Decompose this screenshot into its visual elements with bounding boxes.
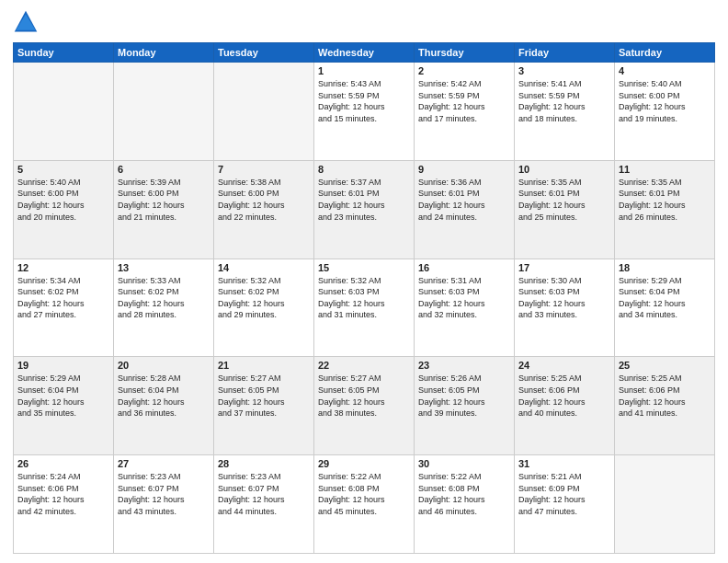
calendar-cell: 23Sunrise: 5:26 AM Sunset: 6:05 PM Dayli… [415, 357, 515, 455]
day-info: Sunrise: 5:40 AM Sunset: 6:00 PM Dayligh… [619, 78, 711, 124]
calendar-cell: 11Sunrise: 5:35 AM Sunset: 6:01 PM Dayli… [615, 160, 715, 259]
calendar-week-row: 19Sunrise: 5:29 AM Sunset: 6:04 PM Dayli… [14, 357, 715, 455]
day-number: 6 [118, 164, 210, 175]
weekday-header-monday: Monday [114, 43, 214, 63]
day-info: Sunrise: 5:28 AM Sunset: 6:04 PM Dayligh… [118, 373, 210, 419]
calendar-cell: 4Sunrise: 5:40 AM Sunset: 6:00 PM Daylig… [615, 63, 715, 161]
day-info: Sunrise: 5:34 AM Sunset: 6:02 PM Dayligh… [17, 275, 109, 321]
calendar-cell [214, 63, 314, 161]
logo-icon [13, 9, 39, 35]
calendar-cell [14, 63, 114, 161]
calendar-cell: 13Sunrise: 5:33 AM Sunset: 6:02 PM Dayli… [114, 259, 214, 357]
day-info: Sunrise: 5:27 AM Sunset: 6:05 PM Dayligh… [218, 373, 310, 419]
calendar-cell [114, 63, 214, 161]
calendar-cell: 27Sunrise: 5:23 AM Sunset: 6:07 PM Dayli… [114, 455, 214, 554]
day-info: Sunrise: 5:35 AM Sunset: 6:01 PM Dayligh… [518, 177, 610, 223]
calendar-cell: 26Sunrise: 5:24 AM Sunset: 6:06 PM Dayli… [14, 455, 114, 554]
day-number: 17 [518, 262, 610, 273]
day-number: 19 [17, 360, 109, 371]
day-number: 1 [318, 65, 410, 76]
calendar-cell: 14Sunrise: 5:32 AM Sunset: 6:02 PM Dayli… [214, 259, 314, 357]
calendar-cell: 12Sunrise: 5:34 AM Sunset: 6:02 PM Dayli… [14, 259, 114, 357]
calendar-cell: 16Sunrise: 5:31 AM Sunset: 6:03 PM Dayli… [415, 259, 515, 357]
calendar-cell: 6Sunrise: 5:39 AM Sunset: 6:00 PM Daylig… [114, 160, 214, 259]
day-info: Sunrise: 5:42 AM Sunset: 5:59 PM Dayligh… [418, 78, 510, 124]
day-number: 4 [619, 65, 711, 76]
weekday-header-row: SundayMondayTuesdayWednesdayThursdayFrid… [14, 43, 715, 63]
day-number: 31 [518, 458, 610, 469]
calendar-week-row: 1Sunrise: 5:43 AM Sunset: 5:59 PM Daylig… [14, 63, 715, 161]
calendar-cell: 24Sunrise: 5:25 AM Sunset: 6:06 PM Dayli… [515, 357, 615, 455]
day-info: Sunrise: 5:22 AM Sunset: 6:08 PM Dayligh… [318, 471, 410, 517]
calendar-cell: 1Sunrise: 5:43 AM Sunset: 5:59 PM Daylig… [314, 63, 415, 161]
day-number: 22 [318, 360, 410, 371]
day-info: Sunrise: 5:33 AM Sunset: 6:02 PM Dayligh… [118, 275, 210, 321]
day-info: Sunrise: 5:41 AM Sunset: 5:59 PM Dayligh… [518, 78, 610, 124]
calendar-table: SundayMondayTuesdayWednesdayThursdayFrid… [13, 42, 715, 554]
calendar-cell [615, 455, 715, 554]
day-info: Sunrise: 5:23 AM Sunset: 6:07 PM Dayligh… [218, 471, 310, 517]
day-number: 15 [318, 262, 410, 273]
day-info: Sunrise: 5:25 AM Sunset: 6:06 PM Dayligh… [518, 373, 610, 419]
weekday-header-sunday: Sunday [14, 43, 114, 63]
day-number: 10 [518, 164, 610, 175]
day-number: 26 [17, 458, 109, 469]
calendar-week-row: 26Sunrise: 5:24 AM Sunset: 6:06 PM Dayli… [14, 455, 715, 554]
day-number: 28 [218, 458, 310, 469]
day-info: Sunrise: 5:38 AM Sunset: 6:00 PM Dayligh… [218, 177, 310, 223]
calendar-cell: 20Sunrise: 5:28 AM Sunset: 6:04 PM Dayli… [114, 357, 214, 455]
day-info: Sunrise: 5:23 AM Sunset: 6:07 PM Dayligh… [118, 471, 210, 517]
calendar-cell: 19Sunrise: 5:29 AM Sunset: 6:04 PM Dayli… [14, 357, 114, 455]
day-info: Sunrise: 5:25 AM Sunset: 6:06 PM Dayligh… [619, 373, 711, 419]
day-number: 25 [619, 360, 711, 371]
day-number: 18 [619, 262, 711, 273]
logo [13, 9, 42, 35]
calendar-cell: 21Sunrise: 5:27 AM Sunset: 6:05 PM Dayli… [214, 357, 314, 455]
weekday-header-friday: Friday [515, 43, 615, 63]
day-info: Sunrise: 5:32 AM Sunset: 6:03 PM Dayligh… [318, 275, 410, 321]
day-number: 9 [418, 164, 510, 175]
day-number: 23 [418, 360, 510, 371]
day-number: 7 [218, 164, 310, 175]
day-info: Sunrise: 5:27 AM Sunset: 6:05 PM Dayligh… [318, 373, 410, 419]
day-info: Sunrise: 5:24 AM Sunset: 6:06 PM Dayligh… [17, 471, 109, 517]
day-number: 20 [118, 360, 210, 371]
day-number: 12 [17, 262, 109, 273]
day-number: 21 [218, 360, 310, 371]
day-number: 30 [418, 458, 510, 469]
day-info: Sunrise: 5:32 AM Sunset: 6:02 PM Dayligh… [218, 275, 310, 321]
weekday-header-tuesday: Tuesday [214, 43, 314, 63]
day-number: 16 [418, 262, 510, 273]
calendar-cell: 9Sunrise: 5:36 AM Sunset: 6:01 PM Daylig… [415, 160, 515, 259]
day-number: 27 [118, 458, 210, 469]
day-info: Sunrise: 5:39 AM Sunset: 6:00 PM Dayligh… [118, 177, 210, 223]
day-info: Sunrise: 5:30 AM Sunset: 6:03 PM Dayligh… [518, 275, 610, 321]
day-info: Sunrise: 5:37 AM Sunset: 6:01 PM Dayligh… [318, 177, 410, 223]
day-number: 8 [318, 164, 410, 175]
calendar-cell: 8Sunrise: 5:37 AM Sunset: 6:01 PM Daylig… [314, 160, 415, 259]
calendar-cell: 25Sunrise: 5:25 AM Sunset: 6:06 PM Dayli… [615, 357, 715, 455]
calendar-week-row: 12Sunrise: 5:34 AM Sunset: 6:02 PM Dayli… [14, 259, 715, 357]
calendar-cell: 22Sunrise: 5:27 AM Sunset: 6:05 PM Dayli… [314, 357, 415, 455]
day-number: 14 [218, 262, 310, 273]
calendar-cell: 28Sunrise: 5:23 AM Sunset: 6:07 PM Dayli… [214, 455, 314, 554]
day-info: Sunrise: 5:43 AM Sunset: 5:59 PM Dayligh… [318, 78, 410, 124]
calendar-cell: 30Sunrise: 5:22 AM Sunset: 6:08 PM Dayli… [415, 455, 515, 554]
svg-marker-1 [17, 14, 36, 30]
weekday-header-thursday: Thursday [415, 43, 515, 63]
calendar-cell: 17Sunrise: 5:30 AM Sunset: 6:03 PM Dayli… [515, 259, 615, 357]
day-number: 3 [518, 65, 610, 76]
day-info: Sunrise: 5:31 AM Sunset: 6:03 PM Dayligh… [418, 275, 510, 321]
day-info: Sunrise: 5:36 AM Sunset: 6:01 PM Dayligh… [418, 177, 510, 223]
day-info: Sunrise: 5:22 AM Sunset: 6:08 PM Dayligh… [418, 471, 510, 517]
day-number: 24 [518, 360, 610, 371]
day-info: Sunrise: 5:29 AM Sunset: 6:04 PM Dayligh… [619, 275, 711, 321]
calendar-cell: 3Sunrise: 5:41 AM Sunset: 5:59 PM Daylig… [515, 63, 615, 161]
page: SundayMondayTuesdayWednesdayThursdayFrid… [0, 0, 728, 563]
day-info: Sunrise: 5:26 AM Sunset: 6:05 PM Dayligh… [418, 373, 510, 419]
calendar-cell: 29Sunrise: 5:22 AM Sunset: 6:08 PM Dayli… [314, 455, 415, 554]
calendar-week-row: 5Sunrise: 5:40 AM Sunset: 6:00 PM Daylig… [14, 160, 715, 259]
day-info: Sunrise: 5:35 AM Sunset: 6:01 PM Dayligh… [619, 177, 711, 223]
calendar-cell: 10Sunrise: 5:35 AM Sunset: 6:01 PM Dayli… [515, 160, 615, 259]
day-number: 11 [619, 164, 711, 175]
